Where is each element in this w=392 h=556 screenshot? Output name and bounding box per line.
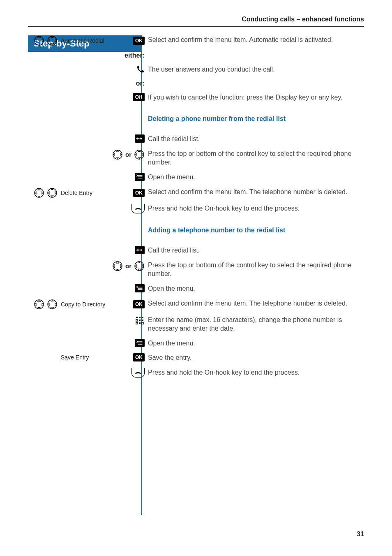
svg-marker-8 <box>48 39 49 42</box>
svg-marker-47 <box>51 307 54 308</box>
control-key-up-icon <box>134 149 145 160</box>
svg-rect-55 <box>142 320 143 321</box>
svg-rect-57 <box>139 322 141 324</box>
svg-marker-27 <box>51 196 54 197</box>
svg-marker-34 <box>120 264 122 268</box>
step-description: Save the entry. <box>148 353 364 362</box>
svg-marker-42 <box>37 307 41 308</box>
step-description: Call the redial list. <box>148 134 364 144</box>
svg-rect-54 <box>139 320 141 321</box>
svg-marker-9 <box>55 39 56 42</box>
svg-marker-13 <box>113 153 115 156</box>
svg-marker-39 <box>142 264 143 268</box>
step-description: Open the menu. <box>148 339 364 348</box>
redial-key-icon[interactable] <box>135 134 145 143</box>
step-description: Select and confirm the menu item. Automa… <box>148 35 364 44</box>
ok-button[interactable]: OK <box>133 353 145 361</box>
svg-marker-12 <box>116 158 119 159</box>
redial-key-icon[interactable] <box>135 246 145 254</box>
menu-item-copy-directory: Copy to Directory <box>60 301 131 308</box>
on-hook-key-icon[interactable] <box>131 368 145 378</box>
step-description: Press and hold the On-hook key to end th… <box>148 204 364 213</box>
either-label: either: <box>125 52 145 59</box>
step-description: Press and hold the On-hook key to end th… <box>148 368 364 377</box>
svg-marker-17 <box>138 158 141 159</box>
svg-marker-41 <box>37 300 41 301</box>
step-description: Enter the name (max. 16 characters), cha… <box>148 315 364 333</box>
or-small-label: or <box>125 262 131 269</box>
control-key-up-icon <box>47 35 58 46</box>
ok-button[interactable]: OK <box>133 37 145 45</box>
svg-marker-22 <box>37 196 41 197</box>
svg-marker-38 <box>135 264 136 268</box>
main-column: Automatic Redial OK Select and confirm t… <box>142 35 364 383</box>
svg-marker-18 <box>135 153 136 156</box>
svg-marker-36 <box>138 262 141 263</box>
svg-marker-48 <box>48 303 49 306</box>
menu-item-save-entry: Save Entry <box>60 354 131 361</box>
running-header: Conducting calls – enhanced functions <box>28 16 364 27</box>
svg-marker-23 <box>35 191 36 195</box>
svg-marker-31 <box>116 262 119 263</box>
control-key-up-icon <box>134 261 145 271</box>
svg-marker-7 <box>51 44 54 45</box>
svg-rect-56 <box>136 322 138 324</box>
svg-marker-14 <box>120 153 122 156</box>
svg-rect-51 <box>139 317 141 318</box>
svg-marker-24 <box>42 191 43 195</box>
svg-marker-11 <box>116 151 119 152</box>
svg-marker-46 <box>51 300 54 301</box>
ok-button[interactable]: OK <box>133 189 145 197</box>
svg-marker-43 <box>35 303 36 306</box>
svg-marker-1 <box>37 37 41 38</box>
control-key-up-icon <box>47 299 58 310</box>
off-button[interactable]: Off <box>133 93 145 101</box>
ok-button[interactable]: OK <box>133 300 145 308</box>
control-key-down-icon <box>34 299 44 310</box>
menu-key-icon[interactable] <box>135 173 145 181</box>
step-description: Open the menu. <box>148 284 364 293</box>
control-key-down-icon <box>34 35 44 46</box>
step-description: Select and confirm the menu item. The te… <box>148 188 364 197</box>
svg-marker-16 <box>138 151 141 152</box>
svg-marker-44 <box>42 303 43 306</box>
control-key-down-icon <box>34 188 44 198</box>
menu-item-delete-entry: Delete Entry <box>60 190 131 196</box>
svg-marker-49 <box>55 303 56 306</box>
svg-marker-3 <box>35 39 36 42</box>
step-description: Press the top or bottom of the control k… <box>148 261 364 278</box>
menu-key-icon[interactable] <box>135 339 145 347</box>
svg-marker-28 <box>48 191 49 195</box>
step-description: Select and confirm the menu item. The te… <box>148 299 364 308</box>
svg-marker-37 <box>138 269 141 270</box>
control-key-up-icon <box>47 188 58 198</box>
svg-rect-53 <box>136 320 138 321</box>
step-description: Open the menu. <box>148 173 364 182</box>
menu-key-icon[interactable] <box>135 284 145 292</box>
step-description: Call the redial list. <box>148 246 364 255</box>
svg-marker-32 <box>116 269 119 270</box>
svg-rect-58 <box>142 322 143 324</box>
control-key-down-icon <box>112 261 123 271</box>
svg-marker-21 <box>37 189 41 190</box>
on-hook-key-icon[interactable] <box>131 204 145 213</box>
svg-marker-29 <box>55 191 56 195</box>
step-description: Press the top or bottom of the control k… <box>148 149 364 167</box>
or-small-label: or <box>125 151 131 158</box>
svg-rect-52 <box>142 317 143 318</box>
svg-marker-2 <box>37 44 41 45</box>
svg-marker-26 <box>51 189 54 190</box>
svg-marker-33 <box>113 264 115 268</box>
subheading-deleting: Deleting a phone number from the redial … <box>148 114 364 123</box>
or-label: or: <box>136 80 145 87</box>
svg-marker-4 <box>42 39 43 42</box>
menu-item-automatic-redial: Automatic Redial <box>60 37 131 44</box>
step-description: The user answers and you conduct the cal… <box>148 65 364 74</box>
svg-marker-19 <box>142 153 143 156</box>
step-description: If you wish to cancel the function: pres… <box>148 93 364 102</box>
keypad-icon <box>135 315 145 325</box>
svg-marker-6 <box>51 37 54 38</box>
subheading-adding: Adding a telephone number to the redial … <box>148 226 364 235</box>
control-key-down-icon <box>112 149 123 160</box>
handset-icon <box>136 65 145 74</box>
